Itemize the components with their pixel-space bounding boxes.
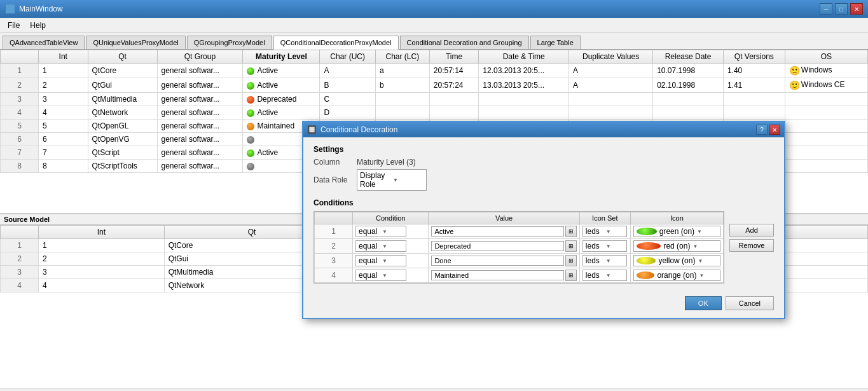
icon-color-dot xyxy=(637,242,661,250)
iconset-select[interactable]: leds ▼ xyxy=(582,255,627,266)
icon-cell: orange (on) ▼ xyxy=(633,270,720,281)
cond-cell-value: ⊞ xyxy=(429,239,579,254)
value-cell: ⊞ xyxy=(431,226,576,237)
settings-section: Settings Column Maturity Level (3) Data … xyxy=(313,145,774,191)
value-expand-button[interactable]: ⊞ xyxy=(565,270,577,281)
dialog-title: Conditional Decoration xyxy=(320,125,397,134)
cond-cell-iconset: leds ▼ xyxy=(579,224,630,239)
icon-dropdown-arrow: ▼ xyxy=(692,244,717,249)
value-cell: ⊞ xyxy=(431,255,576,266)
cond-row-num: 3 xyxy=(315,254,353,268)
iconset-value: leds xyxy=(586,227,603,236)
iconset-dropdown-arrow: ▼ xyxy=(606,258,624,264)
iconset-select[interactable]: leds ▼ xyxy=(582,226,627,237)
cond-cell-value: ⊞ xyxy=(429,268,579,283)
data-role-select[interactable]: Display Role ▼ xyxy=(357,169,427,191)
dialog-help-button[interactable]: ? xyxy=(756,125,768,135)
condition-dropdown-arrow: ▼ xyxy=(382,229,403,235)
icon-dropdown-arrow: ▼ xyxy=(698,258,717,264)
dialog-footer: OK Cancel xyxy=(303,291,784,318)
iconset-select[interactable]: leds ▼ xyxy=(582,240,627,252)
value-expand-button[interactable]: ⊞ xyxy=(565,226,577,237)
cond-col-value: Value xyxy=(429,212,579,224)
cond-cell-icon: orange (on) ▼ xyxy=(630,268,723,283)
iconset-dropdown-arrow: ▼ xyxy=(606,229,624,235)
dialog-content: Settings Column Maturity Level (3) Data … xyxy=(303,137,784,291)
conditions-section: Conditions Condition Value Icon Set Icon xyxy=(313,198,774,284)
condition-dropdown-arrow: ▼ xyxy=(382,273,403,278)
iconset-value: leds xyxy=(586,242,603,250)
value-input[interactable] xyxy=(431,256,563,266)
conditions-title: Conditions xyxy=(313,198,774,207)
cond-col-condition: Condition xyxy=(353,212,429,224)
conditions-table-container: Condition Value Icon Set Icon 1 equal ▼ xyxy=(313,211,724,284)
value-input[interactable] xyxy=(431,270,563,280)
iconset-dropdown-arrow: ▼ xyxy=(606,244,624,249)
cond-cell-icon: yellow (on) ▼ xyxy=(630,254,723,268)
cancel-button[interactable]: Cancel xyxy=(726,296,774,310)
value-input[interactable] xyxy=(431,241,563,251)
icon-color-dot xyxy=(637,271,655,279)
ok-button[interactable]: OK xyxy=(685,296,722,310)
data-role-label: Data Role xyxy=(313,175,352,184)
value-expand-button[interactable]: ⊞ xyxy=(565,255,577,266)
icon-select[interactable]: orange (on) ▼ xyxy=(633,270,720,281)
cond-cell-iconset: leds ▼ xyxy=(579,268,630,283)
icon-select[interactable]: red (on) ▼ xyxy=(633,240,720,252)
icon-color-dot xyxy=(637,257,656,264)
cond-row-num: 2 xyxy=(315,239,353,254)
icon-dropdown-arrow: ▼ xyxy=(699,273,717,278)
cond-cell-icon: green (on) ▼ xyxy=(630,224,723,239)
cond-cell-condition: equal ▼ xyxy=(353,224,429,239)
cond-col-iconset: Icon Set xyxy=(579,212,630,224)
value-expand-button[interactable]: ⊞ xyxy=(565,240,577,252)
dialog-title-bar: 🔲 Conditional Decoration ? ✕ xyxy=(303,122,784,137)
condition-value: equal xyxy=(359,271,380,280)
icon-cell: red (on) ▼ xyxy=(633,240,720,252)
dialog-close-button[interactable]: ✕ xyxy=(769,125,780,135)
condition-value: equal xyxy=(359,256,380,265)
iconset-dropdown-arrow: ▼ xyxy=(606,273,624,278)
cond-cell-condition: equal ▼ xyxy=(353,254,429,268)
icon-cell: green (on) ▼ xyxy=(633,226,720,237)
icon-cell: yellow (on) ▼ xyxy=(633,255,720,266)
condition-buttons: Add Remove xyxy=(729,211,774,284)
conditions-table-wrap: Condition Value Icon Set Icon 1 equal ▼ xyxy=(313,211,774,284)
cond-cell-condition: equal ▼ xyxy=(353,239,429,254)
value-cell: ⊞ xyxy=(431,240,576,252)
condition-select[interactable]: equal ▼ xyxy=(355,226,406,237)
data-role-dropdown-arrow: ▼ xyxy=(393,177,424,183)
condition-select[interactable]: equal ▼ xyxy=(355,255,406,266)
column-label: Column xyxy=(313,158,352,167)
icon-label: orange (on) xyxy=(657,271,696,280)
condition-value: equal xyxy=(359,242,380,250)
cond-cell-value: ⊞ xyxy=(429,254,579,268)
conditions-table: Condition Value Icon Set Icon 1 equal ▼ xyxy=(314,212,724,283)
condition-select[interactable]: equal ▼ xyxy=(355,270,406,281)
icon-color-dot xyxy=(637,228,657,235)
condition-dropdown-arrow: ▼ xyxy=(382,258,403,264)
icon-dropdown-arrow: ▼ xyxy=(697,229,717,235)
dialog-overlay: 🔲 Conditional Decoration ? ✕ Settings Co… xyxy=(0,0,868,391)
add-condition-button[interactable]: Add xyxy=(729,224,774,237)
settings-title: Settings xyxy=(313,145,774,154)
condition-dropdown-arrow: ▼ xyxy=(382,244,403,249)
condition-select[interactable]: equal ▼ xyxy=(355,240,406,252)
dialog-icon: 🔲 xyxy=(307,125,317,134)
column-row: Column Maturity Level (3) xyxy=(313,158,774,167)
value-input[interactable] xyxy=(431,226,563,237)
data-role-row: Data Role Display Role ▼ xyxy=(313,169,774,191)
value-cell: ⊞ xyxy=(431,270,576,281)
icon-select[interactable]: green (on) ▼ xyxy=(633,226,720,237)
icon-label: green (on) xyxy=(659,227,694,236)
conditional-decoration-dialog: 🔲 Conditional Decoration ? ✕ Settings Co… xyxy=(302,121,785,319)
icon-label: red (on) xyxy=(663,242,690,250)
dialog-controls: ? ✕ xyxy=(756,125,780,135)
cond-col-icon: Icon xyxy=(630,212,723,224)
cond-cell-icon: red (on) ▼ xyxy=(630,239,723,254)
remove-condition-button[interactable]: Remove xyxy=(729,239,774,252)
icon-select[interactable]: yellow (on) ▼ xyxy=(633,255,720,266)
data-role-value: Display Role xyxy=(360,171,390,189)
iconset-select[interactable]: leds ▼ xyxy=(582,270,627,281)
iconset-value: leds xyxy=(586,271,603,280)
